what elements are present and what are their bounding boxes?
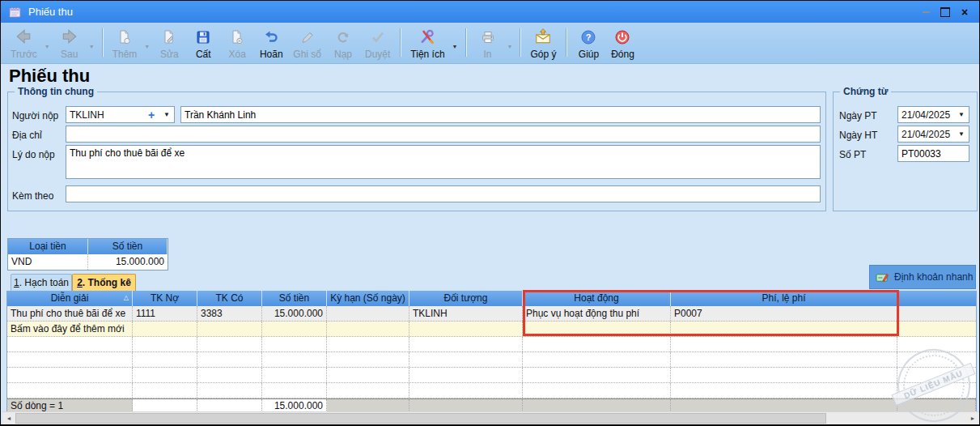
toolbar-button-print[interactable]: In <box>471 24 505 61</box>
toolbar-button-utilities[interactable]: Tiện ích <box>405 24 449 61</box>
toolbar-separator <box>520 28 520 57</box>
feedback-envelope-icon <box>534 26 552 45</box>
column-header-hoat-dong[interactable]: Hoạt động <box>523 291 671 306</box>
refresh-icon <box>335 26 351 45</box>
column-header-tk-no[interactable]: TK Nợ <box>133 291 197 306</box>
attachment-field[interactable] <box>66 185 821 202</box>
window-title: Phiếu thu <box>28 6 73 18</box>
column-header-doi-tuong[interactable]: Đối tượng <box>409 291 523 306</box>
scroll-right-button[interactable]: ► <box>966 412 979 424</box>
toolbar-button-previous[interactable]: Trước <box>6 24 42 61</box>
cell-ky-han[interactable] <box>327 306 409 321</box>
edit-document-icon <box>161 26 177 45</box>
toolbar-button-add[interactable]: Thêm <box>108 24 142 61</box>
currency-amount-header[interactable]: Số tiền <box>88 239 168 254</box>
address-field[interactable] <box>66 126 821 143</box>
cell-blank <box>897 306 976 321</box>
grid-row-1[interactable]: Thu phí cho thuê bãi để xe 1111 3383 15.… <box>7 306 976 322</box>
reason-textarea[interactable]: Thu phí cho thuê bãi để xe <box>66 145 821 179</box>
print-dropdown-caret[interactable]: ▼ <box>505 32 515 61</box>
minimize-button[interactable] <box>916 4 935 20</box>
column-header-dien-giai[interactable]: Diễn giải△ <box>7 291 133 306</box>
toolbar-button-close-form[interactable]: Đóng <box>605 24 639 61</box>
toolbar-separator <box>465 28 466 57</box>
tab-hach-toan[interactable]: 1. Hạch toán <box>11 274 72 291</box>
address-label: Địa chỉ <box>12 130 42 141</box>
add-new-hint[interactable]: Bấm vào đây để thêm mới <box>7 322 133 336</box>
quick-entry-icon <box>876 271 889 283</box>
tab-thong-ke[interactable]: 2. Thống kê <box>72 274 136 291</box>
pencil-icon <box>299 26 316 45</box>
currency-type-cell[interactable]: VND <box>8 254 88 270</box>
next-dropdown-caret[interactable]: ▼ <box>87 32 97 61</box>
cell-doi-tuong[interactable]: TKLINH <box>409 306 523 321</box>
arrow-left-icon <box>15 26 32 45</box>
cell-tk-co[interactable]: 3383 <box>197 306 262 321</box>
toolbar-button-delete[interactable]: Xóa <box>220 24 254 61</box>
scroll-left-button[interactable]: ◄ <box>2 412 15 424</box>
grid-empty-row <box>7 368 976 383</box>
cell-phi-le-phi[interactable]: P0007 <box>671 306 897 321</box>
scrollbar-thumb[interactable] <box>15 413 826 424</box>
toolbar-button-post[interactable]: Ghi sổ <box>288 24 326 61</box>
column-header-so-tien[interactable]: Số tiền <box>262 291 327 306</box>
payer-code-combobox[interactable]: TKLINH + ▼ <box>66 106 175 123</box>
cell-dien-giai[interactable]: Thu phí cho thuê bãi để xe <box>7 306 133 321</box>
chevron-down-icon[interactable]: ▼ <box>954 111 969 118</box>
currency-amount-cell[interactable]: 15.000.000 <box>88 254 168 270</box>
receipt-number-field[interactable] <box>897 145 969 162</box>
tools-icon <box>418 26 436 45</box>
title-bar[interactable]: Phiếu thu × <box>1 1 979 23</box>
toolbar-button-feedback[interactable]: Góp ý <box>525 24 561 61</box>
delete-document-icon <box>229 26 245 45</box>
add-dropdown-caret[interactable]: ▼ <box>142 32 152 61</box>
horizontal-scrollbar[interactable]: ◄ ► <box>2 411 979 424</box>
general-info-caption: Thông tin chung <box>15 86 97 97</box>
posting-date-label: Ngày HT <box>839 130 877 141</box>
document-info-caption: Chứng từ <box>840 86 891 97</box>
cell-so-tien[interactable]: 15.000.000 <box>262 306 327 321</box>
column-header-phi-le-phi[interactable]: Phí, lệ phí <box>671 291 897 306</box>
floppy-save-icon <box>195 26 211 45</box>
toolbar-button-reload[interactable]: Nạp <box>326 24 360 61</box>
toolbar-button-help[interactable]: ? Giúp <box>571 24 605 61</box>
posting-date-value: 21/04/2025 <box>902 129 954 140</box>
cell-tk-no[interactable]: 1111 <box>133 306 197 321</box>
quick-entry-label: Định khoản nhanh <box>894 271 973 283</box>
grid-add-new-row[interactable]: Bấm vào đây để thêm mới <box>7 322 976 337</box>
toolbar-button-edit[interactable]: Sửa <box>152 24 186 61</box>
grid-empty-row <box>7 383 976 398</box>
utilities-dropdown-caret[interactable]: ▼ <box>450 32 460 61</box>
power-icon <box>614 26 630 45</box>
payer-name-field[interactable] <box>180 106 821 123</box>
help-icon: ? <box>580 26 596 45</box>
sort-ascending-icon: △ <box>124 291 129 305</box>
attachment-label: Kèm theo <box>12 190 53 202</box>
add-payer-icon[interactable]: + <box>143 109 159 121</box>
currency-type-header[interactable]: Loại tiền <box>8 239 88 254</box>
quick-entry-button[interactable]: Định khoản nhanh <box>869 265 976 289</box>
cell-hoat-dong[interactable]: Phục vụ hoạt động thu phí <box>523 306 671 321</box>
toolbar-separator <box>400 28 401 57</box>
column-header-ky-han[interactable]: Kỳ hạn (Số ngày) <box>327 291 409 306</box>
toolbar-button-save[interactable]: Cất <box>186 24 220 61</box>
page-title: Phiếu thu <box>9 66 90 87</box>
new-document-icon <box>117 26 133 45</box>
chevron-down-icon[interactable]: ▼ <box>159 111 174 118</box>
chevron-down-icon[interactable]: ▼ <box>954 130 969 138</box>
posting-date-picker[interactable]: 21/04/2025 ▼ <box>897 126 969 143</box>
maximize-button[interactable] <box>935 4 955 20</box>
close-button[interactable]: × <box>955 4 974 20</box>
main-toolbar: Trước ▼ Sau ▼ Thêm ▼ Sửa Cất Xóa Hoãn <box>1 23 979 64</box>
column-header-tk-co[interactable]: TK Có <box>197 291 262 306</box>
phieu-thu-window: Phiếu thu × Trước ▼ Sau ▼ Thêm ▼ Sửa <box>0 0 980 426</box>
reason-value: Thu phí cho thuê bãi để xe <box>70 147 185 159</box>
toolbar-button-undo[interactable]: Hoãn <box>254 24 288 61</box>
receipt-date-picker[interactable]: 21/04/2025 ▼ <box>897 106 969 123</box>
grid-empty-row <box>7 337 976 352</box>
previous-dropdown-caret[interactable]: ▼ <box>42 32 53 61</box>
payer-code-value: TKLINH <box>70 109 143 121</box>
toolbar-button-next[interactable]: Sau <box>53 24 87 61</box>
toolbar-button-approve[interactable]: Duyệt <box>360 24 395 61</box>
receipt-number-label: Số PT <box>839 149 866 160</box>
